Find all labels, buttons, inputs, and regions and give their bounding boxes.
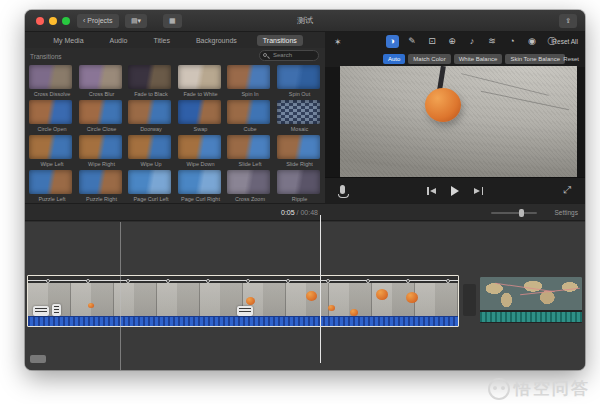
volume-keyframe-dot[interactable] <box>126 279 130 283</box>
transition-thumbnail[interactable] <box>227 65 270 89</box>
auto-button[interactable]: Auto <box>383 54 405 64</box>
transition-thumbnail[interactable] <box>277 135 320 159</box>
transition-thumbnail[interactable] <box>227 100 270 124</box>
speed-badge[interactable] <box>237 306 253 316</box>
transition-thumbnail[interactable] <box>277 170 320 194</box>
timeline-settings-button[interactable]: Settings <box>555 209 579 216</box>
transition-thumbnail[interactable] <box>79 170 122 194</box>
transition-thumbnail[interactable] <box>178 170 221 194</box>
previous-frame-button[interactable] <box>427 187 437 195</box>
transition-wipe-down[interactable]: Wipe Down <box>178 135 224 167</box>
transition-thumbnail[interactable] <box>128 170 171 194</box>
transition-thumbnail[interactable] <box>178 65 221 89</box>
clip-orange-thumbnail-detail <box>246 297 255 305</box>
tab-transitions[interactable]: Transitions <box>257 35 303 46</box>
clip-orange-thumbnail-detail <box>376 289 388 300</box>
transition-swap[interactable]: Swap <box>178 100 224 132</box>
transition-thumbnail[interactable] <box>277 100 320 124</box>
zoom-slider-thumb[interactable] <box>519 209 524 217</box>
speed-badge[interactable] <box>33 306 49 316</box>
transition-spin-out[interactable]: Spin Out <box>277 65 323 97</box>
noise-reduction-icon[interactable]: ≋ <box>486 35 499 48</box>
transition-thumbnail[interactable] <box>79 100 122 124</box>
transition-fade-to-black[interactable]: Fade to Black <box>128 65 174 97</box>
volume-icon[interactable]: ♪ <box>466 35 479 48</box>
volume-keyframe-dot[interactable] <box>286 279 290 283</box>
tab-audio[interactable]: Audio <box>104 35 134 46</box>
transition-thumbnail[interactable] <box>79 135 122 159</box>
transition-puzzle-left[interactable]: Puzzle Left <box>29 170 75 202</box>
transition-thumbnail[interactable] <box>227 170 270 194</box>
transition-cube[interactable]: Cube <box>227 100 273 132</box>
color-balance-icon[interactable]: ◑ <box>386 35 399 48</box>
speed-icon[interactable]: ◔ <box>506 35 519 48</box>
transition-circle-open[interactable]: Circle Open <box>29 100 75 132</box>
volume-keyframe-dot[interactable] <box>446 279 450 283</box>
volume-keyframe-dot[interactable] <box>246 279 250 283</box>
filters-icon[interactable]: ◉ <box>526 35 539 48</box>
volume-keyframe-dot[interactable] <box>366 279 370 283</box>
transition-wipe-left[interactable]: Wipe Left <box>29 135 75 167</box>
share-button[interactable]: ⇪ <box>559 14 577 28</box>
transition-thumbnail[interactable] <box>29 100 72 124</box>
reset-button[interactable]: Reset <box>563 56 579 62</box>
magic-wand-icon[interactable]: ✶ <box>334 37 342 47</box>
transition-thumbnail[interactable] <box>128 135 171 159</box>
skin-tone-balance-button[interactable]: Skin Tone Balance <box>505 54 565 64</box>
transition-ripple[interactable]: Ripple <box>277 170 323 202</box>
volume-keyframe-dot[interactable] <box>326 279 330 283</box>
stabilization-icon[interactable]: ⊕ <box>446 35 459 48</box>
crop-icon[interactable]: ⊡ <box>426 35 439 48</box>
map-clip[interactable] <box>480 277 582 323</box>
transition-thumbnail[interactable] <box>178 135 221 159</box>
transition-cross-blur[interactable]: Cross Blur <box>79 65 125 97</box>
transition-doorway[interactable]: Doorway <box>128 100 174 132</box>
volume-line[interactable] <box>28 280 458 281</box>
transition-spin-in[interactable]: Spin In <box>227 65 273 97</box>
transition-thumbnail[interactable] <box>79 65 122 89</box>
transition-thumbnail[interactable] <box>29 135 72 159</box>
volume-keyframe-dot[interactable] <box>406 279 410 283</box>
tab-titles[interactable]: Titles <box>147 35 175 46</box>
transition-wipe-right[interactable]: Wipe Right <box>79 135 125 167</box>
transition-thumbnail[interactable] <box>227 135 270 159</box>
playhead[interactable] <box>320 215 321 363</box>
volume-keyframe-dot[interactable] <box>166 279 170 283</box>
transition-fade-to-white[interactable]: Fade to White <box>178 65 224 97</box>
transition-thumbnail[interactable] <box>178 100 221 124</box>
video-clip-selected[interactable] <box>27 275 459 327</box>
transition-cross-dissolve[interactable]: Cross Dissolve <box>29 65 75 97</box>
match-color-button[interactable]: Match Color <box>408 54 450 64</box>
transition-thumbnail[interactable] <box>128 100 171 124</box>
reset-all-button[interactable]: Reset All <box>552 38 578 45</box>
transition-cross-zoom[interactable]: Cross Zoom <box>227 170 273 202</box>
timeline-zoom-slider[interactable] <box>491 212 537 214</box>
transition-page-curl-right[interactable]: Page Curl Right <box>178 170 224 202</box>
transition-thumbnail[interactable] <box>29 170 72 194</box>
content-library-button[interactable] <box>30 355 46 363</box>
transition-slide-left[interactable]: Slide Left <box>227 135 273 167</box>
volume-keyframe-dot[interactable] <box>206 279 210 283</box>
volume-keyframe-dot[interactable] <box>86 279 90 283</box>
color-correction-icon[interactable]: ✎ <box>406 35 419 48</box>
fullscreen-icon[interactable]: ⤢ <box>563 184 571 196</box>
transition-slide-right[interactable]: Slide Right <box>277 135 323 167</box>
transition-wipe-up[interactable]: Wipe Up <box>128 135 174 167</box>
wall-shadow <box>481 91 569 111</box>
tab-my-media[interactable]: My Media <box>47 35 89 46</box>
transition-thumbnail[interactable] <box>29 65 72 89</box>
search-input[interactable]: Search <box>259 50 319 61</box>
transition-page-curl-left[interactable]: Page Curl Left <box>128 170 174 202</box>
adjustment-badge[interactable] <box>52 304 61 316</box>
transition-thumbnail[interactable] <box>277 65 320 89</box>
transition-thumbnail[interactable] <box>128 65 171 89</box>
next-frame-button[interactable] <box>473 187 483 195</box>
transition-puzzle-right[interactable]: Puzzle Right <box>79 170 125 202</box>
tab-backgrounds[interactable]: Backgrounds <box>190 35 243 46</box>
white-balance-button[interactable]: White Balance <box>454 54 503 64</box>
volume-keyframe-dot[interactable] <box>46 279 50 283</box>
voiceover-mic-icon[interactable] <box>340 185 345 194</box>
play-button[interactable] <box>451 186 459 196</box>
transition-mosaic[interactable]: Mosaic <box>277 100 323 132</box>
transition-circle-close[interactable]: Circle Close <box>79 100 125 132</box>
